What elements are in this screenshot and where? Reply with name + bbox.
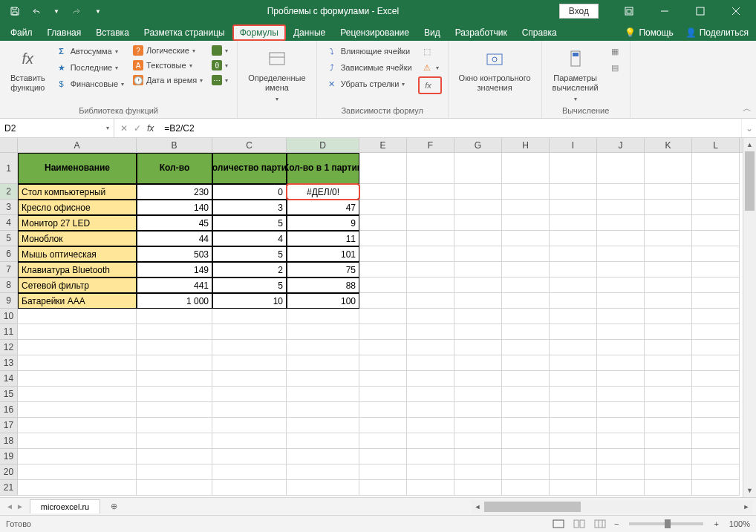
row-header-11[interactable]: 11: [0, 324, 18, 340]
cell-D2[interactable]: #ДЕЛ/0!: [287, 184, 359, 200]
undo-dropdown[interactable]: ▼: [48, 2, 65, 20]
col-header-J[interactable]: J: [597, 138, 645, 152]
cell-B5[interactable]: 44: [137, 231, 212, 246]
cell-A19[interactable]: [18, 449, 137, 464]
cell-I15[interactable]: [550, 387, 597, 402]
datetime-button[interactable]: 🕐Дата и время▾: [130, 73, 206, 87]
cell-C15[interactable]: [212, 387, 287, 402]
col-header-D[interactable]: D: [287, 138, 359, 152]
cell-A8[interactable]: Сетевой фильтр: [18, 278, 137, 293]
cell-F1[interactable]: [407, 153, 454, 184]
cell-B20[interactable]: [137, 464, 212, 480]
cell-J17[interactable]: [597, 418, 645, 433]
cell-F16[interactable]: [407, 402, 454, 418]
cell-A18[interactable]: [18, 433, 137, 449]
cell-L13[interactable]: [692, 355, 740, 371]
cell-B4[interactable]: 45: [137, 215, 212, 231]
cell-C3[interactable]: 3: [212, 200, 287, 215]
cell-H13[interactable]: [502, 355, 550, 371]
undo-button[interactable]: [27, 2, 45, 20]
cell-G13[interactable]: [454, 355, 502, 371]
name-box[interactable]: ▾: [0, 119, 114, 137]
vertical-scrollbar[interactable]: ▲ ▼: [743, 138, 756, 497]
cell-J15[interactable]: [597, 387, 645, 402]
cell-J13[interactable]: [597, 355, 645, 371]
cell-A1[interactable]: Наименование: [18, 153, 137, 184]
cell-D16[interactable]: [287, 402, 359, 418]
cell-F6[interactable]: [407, 246, 454, 262]
cell-B9[interactable]: 1 000: [137, 293, 212, 309]
cells-area[interactable]: НаименованиеКол-воКоличество партийКол-в…: [18, 153, 740, 496]
row-header-10[interactable]: 10: [0, 309, 18, 324]
cell-I6[interactable]: [550, 246, 597, 262]
cell-E11[interactable]: [359, 324, 407, 340]
financial-button[interactable]: $Финансовые▾: [53, 76, 127, 91]
cell-K13[interactable]: [645, 355, 692, 371]
cell-D4[interactable]: 9: [287, 215, 359, 231]
cell-A11[interactable]: [18, 324, 137, 340]
cell-J21[interactable]: [597, 480, 645, 496]
cancel-formula-button[interactable]: ✕: [120, 123, 128, 134]
cell-L1[interactable]: [692, 153, 740, 184]
cell-E9[interactable]: [359, 293, 407, 309]
cell-H10[interactable]: [502, 309, 550, 324]
cell-D17[interactable]: [287, 418, 359, 433]
zoom-in-button[interactable]: +: [711, 519, 721, 528]
zoom-thumb[interactable]: [665, 519, 671, 528]
cell-G3[interactable]: [454, 200, 502, 215]
page-break-view-button[interactable]: [590, 516, 610, 531]
cell-K9[interactable]: [645, 293, 692, 309]
cell-C8[interactable]: 5: [212, 278, 287, 293]
cell-K4[interactable]: [645, 215, 692, 231]
cell-K8[interactable]: [645, 278, 692, 293]
cell-J12[interactable]: [597, 340, 645, 355]
select-all-corner[interactable]: [0, 138, 18, 152]
cell-B21[interactable]: [137, 480, 212, 496]
cell-G17[interactable]: [454, 418, 502, 433]
cell-C17[interactable]: [212, 418, 287, 433]
cell-K14[interactable]: [645, 371, 692, 387]
vscroll-thumb[interactable]: [745, 151, 755, 211]
cell-I2[interactable]: [550, 184, 597, 200]
cell-E5[interactable]: [359, 231, 407, 246]
cell-B7[interactable]: 149: [137, 262, 212, 278]
cell-A14[interactable]: [18, 371, 137, 387]
recent-button[interactable]: ★Последние▾: [53, 60, 127, 75]
cell-F8[interactable]: [407, 278, 454, 293]
cell-C12[interactable]: [212, 340, 287, 355]
cell-H11[interactable]: [502, 324, 550, 340]
cell-F15[interactable]: [407, 387, 454, 402]
cell-A9[interactable]: Батарейки ААА: [18, 293, 137, 309]
cell-E16[interactable]: [359, 402, 407, 418]
cell-G7[interactable]: [454, 262, 502, 278]
cell-H4[interactable]: [502, 215, 550, 231]
remove-arrows-button[interactable]: ✕Убрать стрелки▾: [323, 76, 415, 91]
cell-K2[interactable]: [645, 184, 692, 200]
scroll-left-button[interactable]: ◄: [471, 500, 484, 513]
cell-H18[interactable]: [502, 433, 550, 449]
cell-E2[interactable]: [359, 184, 407, 200]
cell-L12[interactable]: [692, 340, 740, 355]
row-header-13[interactable]: 13: [0, 355, 18, 371]
cell-C10[interactable]: [212, 309, 287, 324]
cell-A7[interactable]: Клавиатура Bluetooth: [18, 262, 137, 278]
cell-K1[interactable]: [645, 153, 692, 184]
cell-E12[interactable]: [359, 340, 407, 355]
cell-B14[interactable]: [137, 371, 212, 387]
row-header-7[interactable]: 7: [0, 262, 18, 278]
scroll-right-button[interactable]: ►: [740, 500, 753, 513]
cell-G1[interactable]: [454, 153, 502, 184]
cell-K16[interactable]: [645, 402, 692, 418]
row-header-4[interactable]: 4: [0, 215, 18, 231]
trace-precedents-button[interactable]: ⤵Влияющие ячейки: [323, 44, 415, 59]
evaluate-formula-button[interactable]: fx: [418, 76, 442, 94]
cell-J5[interactable]: [597, 231, 645, 246]
cell-L9[interactable]: [692, 293, 740, 309]
cell-G16[interactable]: [454, 402, 502, 418]
cell-L15[interactable]: [692, 387, 740, 402]
cell-A6[interactable]: Мышь оптическая: [18, 246, 137, 262]
cell-A21[interactable]: [18, 480, 137, 496]
cell-J19[interactable]: [597, 449, 645, 464]
cell-I14[interactable]: [550, 371, 597, 387]
cell-I1[interactable]: [550, 153, 597, 184]
